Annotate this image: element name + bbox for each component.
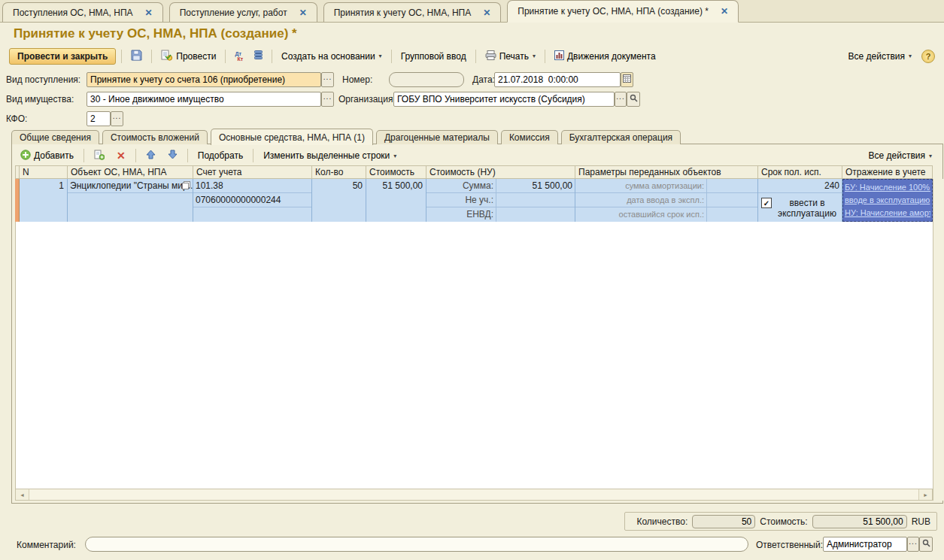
window-tab-services[interactable]: Поступление услуг, работ ✕ — [169, 2, 317, 22]
document-movements-button[interactable]: Движения документа — [551, 48, 660, 65]
vertical-scrollbar[interactable] — [933, 179, 943, 501]
search-icon — [630, 94, 638, 104]
copy-icon — [94, 150, 105, 162]
tab-commission[interactable]: Комиссия — [501, 130, 558, 144]
edit-selected-rows-button[interactable]: Изменить выделенные строки ▾ — [260, 148, 400, 163]
column-header-quantity[interactable]: Кол-во — [312, 165, 366, 179]
toolbar-separator — [121, 50, 122, 63]
scrollbar-thumb[interactable] — [29, 489, 918, 500]
comment-input[interactable] — [85, 537, 748, 552]
window-tab-receipts-os[interactable]: Поступления ОС, НМА, НПА ✕ — [2, 2, 163, 22]
help-icon[interactable]: ? — [921, 50, 935, 63]
copy-row-button[interactable] — [90, 147, 108, 165]
open-object-icon[interactable] — [181, 180, 191, 192]
column-header-transferred-params[interactable]: Параметры переданных объектов — [575, 165, 758, 179]
object-name: Энциклопедии "Страны мир... — [70, 180, 193, 191]
column-header-reflection[interactable]: Отражение в учете — [842, 165, 933, 179]
close-icon[interactable]: ✕ — [483, 8, 490, 18]
close-icon[interactable]: ✕ — [299, 8, 307, 18]
responsible-select-button[interactable]: ... — [907, 537, 919, 552]
totals-quantity-value — [692, 515, 755, 528]
add-row-button[interactable]: Добавить — [17, 147, 77, 165]
column-header-object[interactable]: Объект ОС, НМА, НПА — [68, 165, 193, 179]
group-input-button[interactable]: Групповой ввод — [397, 49, 470, 64]
comment-label: Комментарий: — [17, 540, 76, 550]
pick-button[interactable]: Подобрать — [194, 148, 247, 163]
reflection-link-bu[interactable]: БУ: Начисление 100% при — [845, 181, 930, 194]
property-type-input[interactable] — [87, 92, 321, 107]
cell-cost[interactable]: 51 500,00 — [366, 179, 426, 222]
scroll-right-button[interactable]: ► — [918, 489, 932, 500]
organization-input[interactable] — [393, 92, 615, 107]
cell-object[interactable]: Энциклопедии "Страны мир... — [68, 179, 193, 222]
toolbar-separator — [83, 149, 84, 162]
register-records-button[interactable] — [250, 48, 266, 65]
column-header-cost[interactable]: Стоимость — [366, 165, 426, 179]
column-header-cost-nu[interactable]: Стоимость (НУ) — [426, 165, 575, 179]
delete-row-button[interactable]: ✕ — [113, 149, 129, 162]
responsible-search-button[interactable] — [919, 537, 933, 552]
post-button[interactable]: Провести — [157, 47, 220, 65]
toolbar-separator — [475, 50, 476, 63]
organization-search-button[interactable] — [627, 92, 640, 107]
totals-cost-label: Стоимость: — [760, 516, 807, 527]
tab-fixed-assets[interactable]: Основные средства, НМА, НПА (1) — [211, 129, 373, 145]
cell-params-values[interactable] — [707, 179, 758, 222]
dt-kt-button[interactable]: ДтКт — [231, 49, 247, 64]
number-input[interactable] — [389, 72, 464, 87]
responsible-input[interactable] — [823, 537, 907, 552]
tab-precious-materials[interactable]: Драгоценные материалы — [376, 130, 498, 144]
close-icon[interactable]: ✕ — [145, 8, 153, 18]
table-all-actions-button[interactable]: Все действия ▾ — [865, 148, 936, 163]
receipt-type-label: Вид поступления: — [6, 74, 80, 85]
all-actions-button[interactable]: Все действия ▾ — [845, 49, 915, 64]
move-down-button[interactable] — [164, 147, 181, 164]
reflection-link-bu2[interactable]: вводе в эксплуатацию — [845, 194, 930, 207]
commissioning-label: ввести в эксплуатацию — [775, 198, 839, 219]
column-header-n[interactable]: N — [20, 165, 68, 179]
window-tab-label: Поступления ОС, НМА, НПА — [13, 8, 133, 18]
window-tab-acceptance-new[interactable]: Принятие к учету ОС, НМА, НПА (создание)… — [507, 0, 739, 23]
create-based-on-button[interactable]: Создать на основании ▾ — [278, 49, 386, 64]
cell-useful-life[interactable]: 240 ✓ ввести в эксплуатацию — [758, 179, 842, 222]
toolbar-separator — [151, 50, 152, 63]
date-input[interactable] — [494, 72, 621, 87]
move-up-button[interactable] — [142, 147, 159, 164]
horizontal-scrollbar[interactable]: ◄ ► — [15, 489, 933, 501]
table-body[interactable] — [15, 179, 933, 489]
print-button[interactable]: Печать ▾ — [481, 48, 539, 65]
column-header-account[interactable]: Счет учета — [193, 165, 312, 179]
scroll-left-button[interactable]: ◄ — [16, 489, 29, 500]
totals-panel: Количество: Стоимость: RUB — [624, 512, 937, 531]
search-icon — [922, 539, 930, 549]
tab-investment-cost[interactable]: Стоимость вложений — [102, 130, 208, 144]
cell-account[interactable]: 101.38 07060000000000244 — [193, 179, 312, 222]
table-all-actions-label: Все действия — [869, 150, 925, 161]
tab-general-info[interactable]: Общие сведения — [11, 130, 99, 144]
page-title: Принятие к учету ОС, НМА, НПА (создание)… — [14, 26, 297, 41]
cell-quantity[interactable]: 50 — [312, 179, 366, 222]
cell-row-number[interactable]: 1 — [20, 179, 68, 222]
cell-params-labels: сумма амортизации: дата ввода в экспл.: … — [575, 179, 707, 222]
kfo-input[interactable] — [87, 111, 111, 126]
reflection-link-nu[interactable]: НУ: Начисление амортиз — [845, 207, 930, 219]
save-button[interactable] — [127, 47, 146, 65]
property-type-select-button[interactable]: ... — [321, 92, 334, 107]
column-header-useful-life[interactable]: Срок пол. исп. — [758, 165, 842, 179]
useful-life-value[interactable]: 240 — [758, 179, 842, 193]
cell-cost-nu-values[interactable]: 51 500,00 — [496, 179, 575, 222]
cell-reflection[interactable]: БУ: Начисление 100% при вводе в эксплуат… — [842, 179, 933, 222]
kfo-select-button[interactable]: ... — [111, 111, 123, 126]
tab-accounting-operation[interactable]: Бухгалтерская операция — [561, 130, 681, 144]
commissioning-checkbox[interactable]: ✓ — [761, 198, 772, 208]
organization-label: Организация: — [338, 94, 396, 104]
close-icon[interactable]: ✕ — [721, 6, 728, 17]
post-and-close-button[interactable]: Провести и закрыть — [9, 48, 116, 65]
document-toolbar: Провести и закрыть Провести ДтКт Создать… — [9, 46, 935, 66]
receipt-type-select-button[interactable]: ... — [321, 72, 334, 87]
receipt-type-input[interactable] — [87, 72, 321, 87]
organization-select-button[interactable]: ... — [615, 92, 627, 107]
window-tab-acceptance-list[interactable]: Принятия к учету ОС, НМА, НПА ✕ — [323, 2, 502, 22]
calendar-button[interactable] — [621, 72, 633, 87]
date-label: Дата: — [472, 74, 495, 85]
